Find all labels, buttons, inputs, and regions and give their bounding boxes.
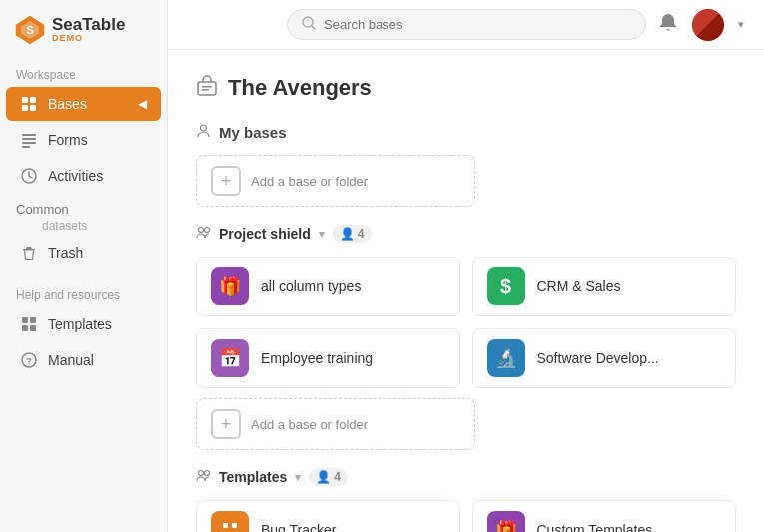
topbar-icons: ▾: [658, 9, 744, 41]
project-shield-header: Project shield ▾ 👤 4: [196, 225, 736, 243]
sidebar: S SeaTable DEMO Workspace Bases ◀ Forms …: [0, 0, 168, 532]
templates-group-header: Templates ▾ 👤 4: [196, 468, 736, 486]
add-base-card[interactable]: + Add a base or folder: [196, 155, 475, 207]
svg-text:?: ?: [26, 356, 32, 366]
datasets-label: datasets: [0, 217, 167, 235]
search-icon: [302, 16, 316, 33]
base-card-crm-sales[interactable]: $ CRM & Sales: [472, 257, 737, 316]
svg-point-28: [205, 471, 210, 476]
svg-rect-14: [30, 317, 36, 323]
bases-icon: [20, 95, 38, 113]
svg-point-26: [205, 228, 210, 233]
manual-label: Manual: [48, 352, 94, 368]
workspace-label: Workspace: [0, 60, 167, 86]
base-card-all-column-types[interactable]: 🎁 all column types: [196, 257, 460, 316]
svg-point-24: [201, 125, 207, 131]
page-title: The Avengers: [196, 74, 736, 101]
add-base-project-card[interactable]: + Add a base or folder: [196, 398, 475, 450]
activities-label: Activities: [48, 168, 103, 184]
templates-group-caret[interactable]: ▾: [295, 471, 301, 484]
logo-icon: S: [14, 14, 46, 46]
sidebar-item-forms[interactable]: Forms: [6, 123, 161, 157]
svg-rect-23: [202, 89, 209, 91]
common-label: Common: [0, 194, 167, 217]
svg-rect-29: [223, 523, 228, 528]
forms-label: Forms: [48, 132, 88, 148]
sidebar-item-activities[interactable]: Activities: [6, 159, 161, 193]
trash-icon: [20, 244, 38, 262]
crm-label: CRM & Sales: [537, 278, 621, 294]
svg-rect-13: [22, 317, 28, 323]
sidebar-item-bases[interactable]: Bases ◀: [6, 87, 161, 121]
search-bar[interactable]: [287, 9, 646, 40]
avatar[interactable]: [692, 9, 724, 41]
main-content: ▾ The Avengers My bases + Add a base or …: [168, 0, 764, 532]
templates-member-badge: 👤 4: [309, 468, 348, 486]
all-column-icon: 🎁: [211, 267, 249, 305]
my-bases-icon: [196, 123, 211, 141]
svg-rect-30: [232, 523, 237, 528]
svg-text:S: S: [26, 24, 34, 36]
content-area: The Avengers My bases + Add a base or fo…: [168, 50, 764, 532]
avatar-image: [692, 9, 724, 41]
svg-rect-5: [22, 105, 28, 111]
svg-point-25: [199, 228, 204, 233]
svg-rect-10: [22, 146, 30, 148]
project-shield-section: Project shield ▾ 👤 4 🎁 all column types …: [196, 225, 736, 450]
add-plus-project-icon: +: [211, 409, 241, 439]
logo-area: S SeaTable DEMO: [0, 0, 167, 60]
bases-grid-project: 🎁 all column types $ CRM & Sales 📅 Emplo…: [196, 257, 736, 388]
base-card-employee-training[interactable]: 📅 Employee training: [196, 328, 460, 388]
templates-member-count: 4: [334, 470, 341, 484]
my-bases-section: My bases + Add a base or folder: [196, 123, 736, 207]
svg-rect-12: [23, 249, 35, 251]
user-dropdown-caret[interactable]: ▾: [738, 18, 744, 31]
bases-arrow: ◀: [138, 97, 147, 111]
all-column-label: all column types: [261, 278, 361, 294]
member-count: 4: [358, 227, 365, 241]
manual-icon: ?: [20, 351, 38, 369]
employee-icon: 📅: [211, 339, 249, 377]
help-label: Help and resources: [0, 280, 167, 306]
svg-rect-7: [22, 134, 36, 136]
sidebar-item-trash[interactable]: Trash: [6, 236, 161, 269]
search-input[interactable]: [324, 17, 631, 32]
svg-rect-15: [22, 325, 28, 331]
templates-section: Templates ▾ 👤 4 Bug Tracker 🎁 Custom Tem…: [196, 468, 736, 532]
svg-line-20: [312, 26, 315, 29]
activities-icon: [20, 167, 38, 185]
my-bases-header: My bases: [196, 123, 736, 141]
bell-icon[interactable]: [658, 12, 678, 37]
forms-icon: [20, 131, 38, 149]
bug-tracker-icon: [211, 511, 249, 532]
svg-rect-9: [22, 142, 36, 144]
svg-rect-4: [30, 97, 36, 103]
base-card-software-develop[interactable]: 🔬 Software Develop...: [472, 328, 737, 388]
bases-label: Bases: [48, 96, 87, 112]
svg-rect-3: [22, 97, 28, 103]
my-bases-label: My bases: [219, 124, 287, 141]
group-caret[interactable]: ▾: [319, 228, 325, 241]
svg-rect-16: [30, 325, 36, 331]
base-card-custom-templates[interactable]: 🎁 Custom Templates: [472, 500, 737, 532]
svg-rect-8: [22, 138, 36, 140]
templates-member-icon: 👤: [316, 470, 331, 484]
page-title-icon: [196, 74, 218, 101]
sidebar-item-templates[interactable]: Templates: [6, 307, 161, 341]
sidebar-item-manual[interactable]: ? Manual: [6, 343, 161, 377]
svg-rect-22: [202, 86, 212, 88]
page-title-text: The Avengers: [228, 75, 372, 101]
bases-grid-templates: Bug Tracker 🎁 Custom Templates: [196, 500, 736, 532]
templates-group-icon: [196, 468, 211, 486]
add-plus-icon: +: [211, 166, 241, 196]
crm-icon: $: [487, 267, 525, 305]
svg-rect-21: [198, 82, 216, 95]
software-icon: 🔬: [487, 339, 525, 377]
member-icon: 👤: [340, 227, 355, 241]
add-base-label: Add a base or folder: [251, 174, 368, 189]
topbar: ▾: [168, 0, 764, 50]
group-icon: [196, 225, 211, 243]
logo-demo: DEMO: [52, 34, 125, 44]
base-card-bug-tracker[interactable]: Bug Tracker: [196, 500, 460, 532]
templates-label: Templates: [48, 316, 112, 332]
